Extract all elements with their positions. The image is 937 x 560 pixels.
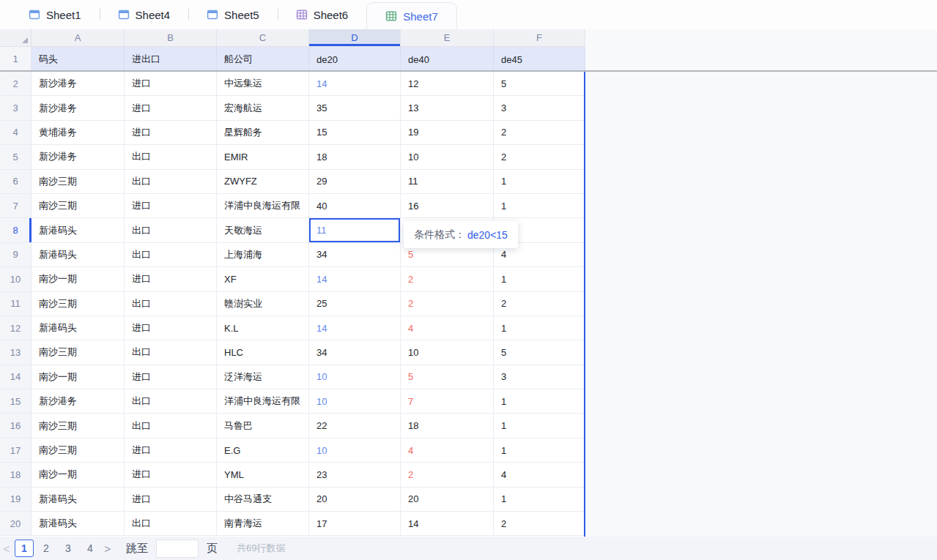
cell-A14[interactable]: 南沙一期: [32, 365, 125, 389]
cell-D5[interactable]: 18: [309, 145, 401, 169]
tab-sheet4[interactable]: Sheet4: [100, 0, 189, 29]
cell-A5[interactable]: 新沙港务: [32, 145, 125, 169]
cell-D13[interactable]: 34: [309, 340, 401, 365]
cell-D2[interactable]: 14: [309, 72, 401, 96]
cell-E12[interactable]: 4: [401, 316, 494, 340]
row-header-15[interactable]: 15: [0, 389, 32, 414]
cell-F15[interactable]: 1: [494, 389, 585, 414]
row-header-4[interactable]: 4: [0, 121, 32, 145]
row-header-16[interactable]: 16: [0, 414, 32, 438]
row-header-12[interactable]: 12: [0, 316, 32, 340]
column-header-B[interactable]: B: [125, 29, 217, 47]
column-header-F[interactable]: F: [494, 29, 585, 47]
cell-A20[interactable]: 新港码头: [32, 512, 125, 536]
cell-A10[interactable]: 南沙一期: [32, 267, 125, 291]
cell-E18[interactable]: 2: [401, 463, 494, 487]
cell-A2[interactable]: 新沙港务: [32, 72, 125, 96]
page-4[interactable]: 4: [81, 540, 100, 557]
cell-E10[interactable]: 2: [401, 267, 494, 291]
cell-B10[interactable]: 进口: [125, 267, 217, 291]
cell-C10[interactable]: XF: [217, 267, 309, 291]
cell-A11[interactable]: 南沙三期: [32, 292, 125, 316]
cell-E19[interactable]: 20: [401, 488, 494, 512]
cell-E17[interactable]: 4: [401, 438, 494, 463]
cell-E11[interactable]: 2: [401, 292, 494, 316]
cell-E6[interactable]: 11: [401, 170, 494, 194]
cell-A4[interactable]: 黄埔港务: [32, 121, 125, 145]
cell-C14[interactable]: 泛洋海运: [217, 365, 309, 389]
cell-A13[interactable]: 南沙三期: [32, 340, 125, 365]
cell-C3[interactable]: 宏海航运: [217, 96, 309, 120]
row-header-8[interactable]: 8: [0, 218, 32, 242]
cell-A19[interactable]: 新港码头: [32, 488, 125, 512]
cell-C1[interactable]: 船公司: [217, 47, 309, 72]
cell-C12[interactable]: K.L: [217, 316, 309, 340]
cell-D16[interactable]: 22: [309, 414, 401, 438]
jump-page-input[interactable]: [156, 540, 199, 558]
column-header-C[interactable]: C: [217, 29, 309, 47]
cell-B2[interactable]: 进口: [125, 72, 217, 96]
cell-F17[interactable]: 1: [494, 438, 585, 463]
column-header-E[interactable]: E: [401, 29, 494, 47]
row-header-9[interactable]: 9: [0, 243, 32, 267]
cell-F14[interactable]: 3: [494, 365, 585, 389]
cell-A7[interactable]: 南沙三期: [32, 194, 125, 218]
cell-B6[interactable]: 出口: [125, 170, 217, 194]
cell-F19[interactable]: 1: [494, 488, 585, 512]
cell-D19[interactable]: 20: [309, 488, 401, 512]
column-header-A[interactable]: A: [32, 29, 125, 47]
row-header-19[interactable]: 19: [0, 488, 32, 512]
cell-A18[interactable]: 南沙一期: [32, 463, 125, 487]
cell-B14[interactable]: 进口: [125, 365, 217, 389]
cell-F18[interactable]: 4: [494, 463, 585, 487]
cell-B18[interactable]: 进口: [125, 463, 217, 487]
cell-D14[interactable]: 10: [309, 365, 401, 389]
cell-E16[interactable]: 18: [401, 414, 494, 438]
cell-E14[interactable]: 5: [401, 365, 494, 389]
cell-B11[interactable]: 出口: [125, 292, 217, 316]
page-2[interactable]: 2: [37, 540, 56, 557]
cell-B19[interactable]: 进口: [125, 488, 217, 512]
cell-C6[interactable]: ZWYFZ: [217, 170, 309, 194]
row-header-2[interactable]: 2: [0, 72, 32, 96]
cell-B8[interactable]: 出口: [125, 218, 217, 242]
cell-C4[interactable]: 星辉船务: [217, 121, 309, 145]
cell-E3[interactable]: 13: [401, 96, 494, 120]
cell-C18[interactable]: YML: [217, 463, 309, 487]
cell-F2[interactable]: 5: [494, 72, 585, 96]
cell-D18[interactable]: 23: [309, 463, 401, 487]
cell-A3[interactable]: 新沙港务: [32, 96, 125, 120]
cell-C17[interactable]: E.G: [217, 438, 309, 463]
cell-B1[interactable]: 进出口: [125, 47, 217, 72]
row-header-20[interactable]: 20: [0, 512, 32, 536]
cell-F16[interactable]: 1: [494, 414, 585, 438]
tab-sheet7[interactable]: Sheet7: [366, 2, 457, 29]
cell-D3[interactable]: 35: [309, 96, 401, 120]
cell-A6[interactable]: 南沙三期: [32, 170, 125, 194]
cell-B17[interactable]: 进口: [125, 438, 217, 463]
cell-E1[interactable]: de40: [401, 47, 494, 72]
cell-B5[interactable]: 出口: [125, 145, 217, 169]
cell-C8[interactable]: 天敬海运: [217, 218, 309, 242]
cell-E13[interactable]: 10: [401, 340, 494, 365]
tab-sheet1[interactable]: Sheet1: [10, 0, 100, 29]
cell-B13[interactable]: 出口: [125, 340, 217, 365]
cell-B9[interactable]: 出口: [125, 243, 217, 267]
cell-F13[interactable]: 5: [494, 340, 585, 365]
tab-sheet5[interactable]: Sheet5: [188, 0, 278, 29]
cell-B4[interactable]: 进口: [125, 121, 217, 145]
cell-F7[interactable]: 1: [494, 194, 585, 218]
cell-F10[interactable]: 1: [494, 267, 585, 291]
cell-E15[interactable]: 7: [401, 389, 494, 414]
cell-D12[interactable]: 14: [309, 316, 401, 340]
cell-D4[interactable]: 15: [309, 121, 401, 145]
cell-C11[interactable]: 赣澍实业: [217, 292, 309, 316]
cell-E20[interactable]: 14: [401, 512, 494, 536]
row-header-7[interactable]: 7: [0, 194, 32, 218]
cell-C13[interactable]: HLC: [217, 340, 309, 365]
cell-C16[interactable]: 马鲁巴: [217, 414, 309, 438]
cell-C2[interactable]: 中远集运: [217, 72, 309, 96]
cell-D20[interactable]: 17: [309, 512, 401, 536]
cell-E7[interactable]: 16: [401, 194, 494, 218]
cell-F4[interactable]: 2: [494, 121, 585, 145]
